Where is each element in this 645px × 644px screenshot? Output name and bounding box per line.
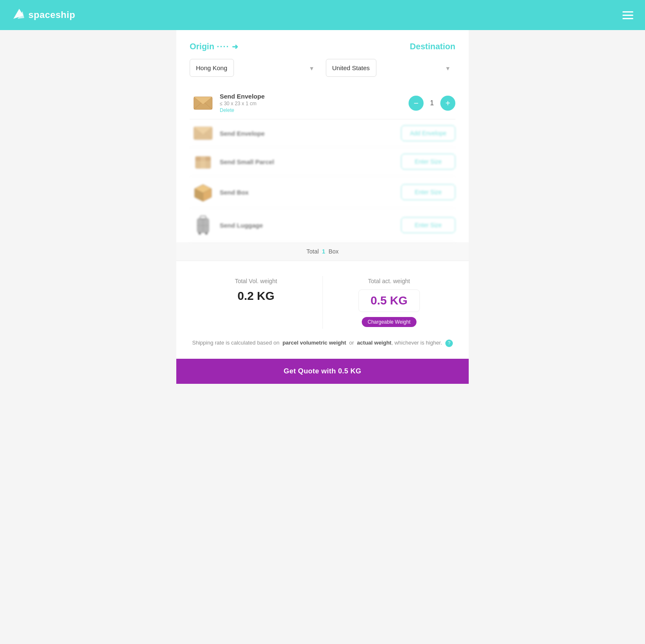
origin-dots: ···· bbox=[217, 42, 229, 51]
items-container: Send Envelope ≤ 30 x 23 x 1 cm Delete − … bbox=[190, 87, 455, 242]
enter-size-button-box[interactable]: Enter Size bbox=[401, 184, 455, 200]
item-info: Send Small Parcel bbox=[216, 158, 401, 165]
weight-row: Total Vol. weight 0.2 KG Total act. weig… bbox=[190, 273, 455, 332]
destination-label: Destination bbox=[410, 42, 455, 51]
list-item: Send Envelope Add Envelope bbox=[190, 119, 455, 147]
origin-label: Origin ···· ➜ bbox=[190, 42, 238, 51]
menu-button[interactable] bbox=[622, 11, 633, 19]
item-name: Send Box bbox=[220, 189, 401, 196]
counter-value: 1 bbox=[424, 99, 440, 107]
item-info: Send Envelope bbox=[216, 130, 401, 137]
logo: spaceship bbox=[12, 7, 75, 23]
item-info: Send Box bbox=[216, 189, 401, 196]
origin-select[interactable]: Hong Kong bbox=[190, 59, 234, 77]
total-prefix: Total bbox=[306, 248, 319, 255]
increment-button[interactable]: + bbox=[440, 96, 455, 111]
total-count: 1 bbox=[322, 248, 325, 255]
weight-summary: Total Vol. weight 0.2 KG Total act. weig… bbox=[176, 261, 469, 359]
origin-select-wrapper: Hong Kong bbox=[190, 59, 319, 77]
destination-select[interactable]: United States bbox=[326, 59, 376, 77]
svg-point-20 bbox=[205, 232, 208, 235]
counter-group: − 1 + bbox=[409, 96, 455, 111]
info-middle: or bbox=[349, 340, 354, 346]
decrement-button[interactable]: − bbox=[409, 96, 424, 111]
vol-weight-value: 0.2 KG bbox=[237, 289, 274, 303]
origin-text: Origin bbox=[190, 42, 214, 51]
vol-weight-label: Total Vol. weight bbox=[235, 278, 277, 284]
luggage-icon bbox=[190, 214, 216, 236]
item-action: Enter Size bbox=[401, 184, 455, 200]
item-name: Send Envelope bbox=[220, 93, 409, 100]
destination-select-wrapper: United States bbox=[326, 59, 455, 77]
list-item: Send Envelope ≤ 30 x 23 x 1 cm Delete − … bbox=[190, 87, 455, 119]
item-name: Send Small Parcel bbox=[220, 158, 401, 165]
small-parcel-icon bbox=[190, 153, 216, 170]
info-prefix: Shipping rate is calculated based on bbox=[192, 340, 279, 346]
logo-text: spaceship bbox=[28, 10, 75, 20]
location-row: Hong Kong United States bbox=[190, 59, 455, 77]
act-weight-label: Total act. weight bbox=[368, 278, 410, 284]
act-weight-col: Total act. weight 0.5 KG Chargeable Weig… bbox=[323, 273, 456, 332]
info-text: Shipping rate is calculated based on par… bbox=[190, 339, 455, 350]
add-envelope-button[interactable]: Add Envelope bbox=[401, 125, 455, 141]
item-dims: ≤ 30 x 23 x 1 cm bbox=[220, 101, 409, 106]
help-icon[interactable]: ? bbox=[445, 340, 453, 347]
logo-icon bbox=[12, 7, 25, 23]
item-action: Enter Size bbox=[401, 217, 455, 233]
enter-size-button-parcel[interactable]: Enter Size bbox=[401, 154, 455, 170]
svg-point-19 bbox=[198, 232, 201, 235]
item-action: Add Envelope bbox=[401, 125, 455, 141]
vol-weight-col: Total Vol. weight 0.2 KG bbox=[190, 273, 322, 332]
envelope-icon bbox=[190, 96, 216, 110]
list-item: Send Luggage Enter Size bbox=[190, 208, 455, 242]
box-icon bbox=[190, 182, 216, 202]
svg-rect-12 bbox=[201, 157, 206, 168]
list-item: Send Small Parcel Enter Size bbox=[190, 147, 455, 176]
envelope-icon-2 bbox=[190, 126, 216, 140]
total-bar: Total 1 Box bbox=[176, 242, 469, 261]
item-info: Send Envelope ≤ 30 x 23 x 1 cm Delete bbox=[216, 93, 409, 113]
total-suffix: Box bbox=[328, 248, 338, 255]
get-quote-button[interactable]: Get Quote with 0.5 KG bbox=[176, 359, 469, 384]
enter-size-button-luggage[interactable]: Enter Size bbox=[401, 217, 455, 233]
chargeable-badge: Chargeable Weight bbox=[362, 317, 416, 327]
arrow-icon: ➜ bbox=[232, 42, 238, 51]
header: spaceship bbox=[0, 0, 645, 30]
item-name: Send Envelope bbox=[220, 130, 401, 137]
route-header: Origin ···· ➜ Destination bbox=[190, 42, 455, 51]
item-action: Enter Size bbox=[401, 154, 455, 170]
item-info: Send Luggage bbox=[216, 222, 401, 229]
item-name: Send Luggage bbox=[220, 222, 401, 229]
info-term1: parcel volumetric weight bbox=[282, 340, 346, 346]
info-term2: actual weight bbox=[357, 340, 391, 346]
act-weight-value: 0.5 KG bbox=[358, 289, 420, 312]
delete-link[interactable]: Delete bbox=[220, 107, 409, 113]
item-counter: − 1 + bbox=[409, 96, 455, 111]
list-item: Send Box Enter Size bbox=[190, 176, 455, 208]
info-suffix: , whichever is higher. bbox=[391, 340, 442, 346]
main-card: Origin ···· ➜ Destination Hong Kong Unit… bbox=[176, 30, 469, 261]
